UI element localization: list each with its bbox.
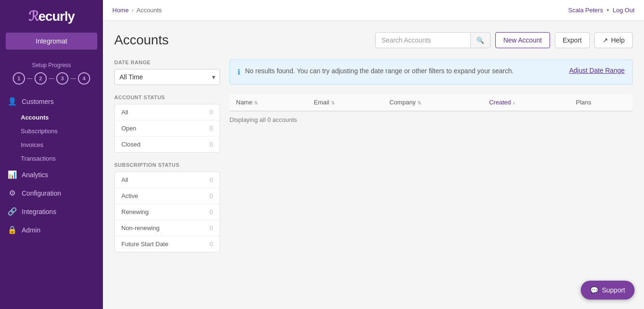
help-button[interactable]: ↗ Help [594,32,633,48]
admin-label: Admin [22,226,41,234]
col-email-label: Email [314,99,330,106]
topbar-right: Scala Peters • Log Out [568,7,635,14]
col-email-sort-icon: ⇅ [331,100,335,105]
col-created-sort-icon: ↓ [513,100,515,105]
sidebar-item-admin[interactable]: 🔒 Admin [0,221,103,239]
configuration-label: Configuration [22,189,61,197]
topbar-sep: • [607,7,609,14]
account-status-all-label: All [121,109,128,116]
account-status-open[interactable]: Open 0 [115,120,220,137]
account-status-open-label: Open [121,125,136,132]
account-status-closed-label: Closed [121,141,140,148]
adjust-date-range-link[interactable]: Adjust Date Range [569,67,625,74]
subscription-status-all[interactable]: All 0 [115,172,220,188]
support-label: Support [602,286,625,294]
search-button[interactable]: 🔍 [470,33,490,48]
support-button[interactable]: 💬 Support [581,281,635,300]
col-name[interactable]: Name ⇅ [229,94,307,111]
banner-message: No results found. You can try adjusting … [245,67,514,76]
setup-step-4[interactable]: 4 [78,72,90,85]
table-header: Name ⇅ Email ⇅ Company ⇅ [229,94,633,111]
subscription-status-all-count: 0 [210,176,213,183]
new-account-button[interactable]: New Account [495,32,550,48]
date-range-select-wrapper: All Time Today Last 7 Days Last 30 Days … [114,69,220,85]
sidebar-item-customers[interactable]: 👤 Customers [0,92,103,111]
header-actions: 🔍 New Account Export ↗ Help [375,32,633,48]
breadcrumb: Home › Accounts [112,7,162,14]
date-range-select[interactable]: All Time Today Last 7 Days Last 30 Days … [114,69,220,85]
subscription-status-future-label: Future Start Date [121,240,169,248]
subscription-status-non-renewing[interactable]: Non-renewing 0 [115,220,220,236]
subscription-status-renewing-count: 0 [210,208,213,215]
info-banner-text: ℹ No results found. You can try adjustin… [237,67,514,77]
sidebar-item-subscriptions[interactable]: Subscriptions [0,124,103,138]
user-name-link[interactable]: Scala Peters [568,7,603,14]
step-divider-3: — [70,75,76,82]
setup-step-2[interactable]: 2 [34,72,47,85]
setup-steps: 1 — 2 — 3 — 4 [8,72,95,85]
subscription-status-future[interactable]: Future Start Date 0 [115,236,220,252]
logo-text: ℛecurly [28,9,75,24]
setup-progress-label: Setup Progress [8,62,95,69]
subscription-status-active-label: Active [121,192,138,199]
export-button[interactable]: Export [555,32,590,48]
displaying-text: Displaying all 0 accounts [229,112,633,128]
col-company[interactable]: Company ⇅ [383,94,483,111]
sidebar-item-invoices[interactable]: Invoices [0,138,103,152]
col-name-label: Name [236,99,253,106]
breadcrumb-current: Accounts [136,7,161,14]
subscription-status-list: All 0 Active 0 Renewing 0 Non-renewing [114,172,220,252]
logo: ℛecurly [0,0,103,33]
customers-icon: 👤 [8,97,17,106]
tenant-name[interactable]: Integromat [6,33,97,50]
info-icon: ℹ [237,67,240,77]
sidebar-item-accounts[interactable]: Accounts [0,111,103,124]
page-header: Accounts 🔍 New Account Export ↗ Help [114,32,633,48]
col-created[interactable]: Created ↓ [483,94,569,111]
col-email[interactable]: Email ⇅ [307,94,383,111]
sidebar-nav: 👤 Customers Accounts Subscriptions Invoi… [0,92,103,309]
page-content: Accounts 🔍 New Account Export ↗ Help [103,21,644,309]
account-status-list: All 0 Open 0 Closed 0 [114,104,220,153]
account-status-open-count: 0 [210,125,213,132]
account-status-all[interactable]: All 0 [115,104,220,120]
integrations-label: Integrations [22,208,56,215]
col-created-label: Created [489,99,511,106]
configuration-icon: ⚙ [8,189,17,197]
logout-link[interactable]: Log Out [613,7,635,14]
search-input[interactable] [376,33,470,48]
date-range-label: DATE RANGE [114,60,220,65]
account-status-label: ACCOUNT STATUS [114,94,220,100]
account-status-closed-count: 0 [210,141,213,148]
setup-step-1[interactable]: 1 [13,72,25,85]
sidebar: ℛecurly Integromat Setup Progress 1 — 2 … [0,0,103,309]
invoices-label: Invoices [21,141,43,148]
subscription-status-renewing[interactable]: Renewing 0 [115,204,220,220]
transactions-label: Transactions [21,155,56,162]
analytics-icon: 📊 [8,170,17,179]
support-chat-icon: 💬 [590,286,598,294]
setup-progress: Setup Progress 1 — 2 — 3 — 4 [0,57,103,92]
subscription-status-non-renewing-label: Non-renewing [121,224,160,232]
filter-panel: DATE RANGE All Time Today Last 7 Days La… [114,60,229,262]
subscription-status-active[interactable]: Active 0 [115,188,220,204]
account-status-closed[interactable]: Closed 0 [115,137,220,152]
step-divider-1: — [27,75,33,82]
setup-step-3[interactable]: 3 [56,72,68,85]
col-plans-label: Plans [576,99,592,106]
breadcrumb-home[interactable]: Home [112,7,129,14]
account-status-all-count: 0 [210,109,213,116]
sidebar-item-analytics[interactable]: 📊 Analytics [0,165,103,184]
subscription-status-active-count: 0 [210,192,213,199]
accounts-table: Name ⇅ Email ⇅ Company ⇅ [229,94,633,112]
customers-label: Customers [22,98,54,105]
analytics-label: Analytics [22,171,48,179]
sidebar-item-transactions[interactable]: Transactions [0,152,103,165]
subscription-status-section: SUBSCRIPTION STATUS All 0 Active 0 Renew… [114,162,220,252]
breadcrumb-separator: › [132,7,134,14]
subscription-status-renewing-label: Renewing [121,208,149,215]
col-plans: Plans [569,94,633,111]
sidebar-item-integrations[interactable]: 🔗 Integrations [0,202,103,221]
topbar: Home › Accounts Scala Peters • Log Out [103,0,644,21]
sidebar-item-configuration[interactable]: ⚙ Configuration [0,184,103,202]
